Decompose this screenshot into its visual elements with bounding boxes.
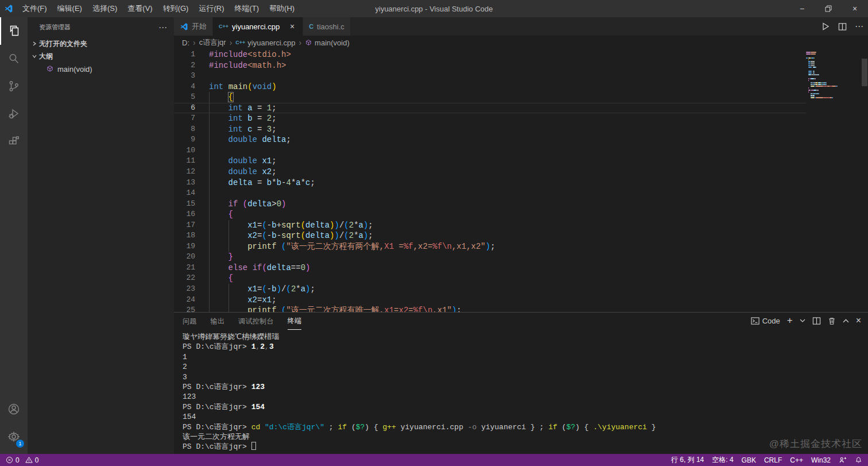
code-line[interactable]: 20 }	[174, 252, 806, 263]
line-number: 1	[174, 49, 195, 60]
settings-gear-icon[interactable]: 1	[0, 423, 28, 450]
more-actions-icon[interactable]: ⋯	[855, 21, 863, 32]
outline-item-main[interactable]: main(void)	[28, 63, 174, 75]
menu-item[interactable]: 帮助(H)	[264, 0, 300, 17]
menu-item[interactable]: 转到(G)	[158, 0, 194, 17]
menu-item[interactable]: 查看(V)	[122, 0, 157, 17]
token: if	[253, 263, 262, 272]
terminal-text: yiyuanerci } ;	[476, 423, 548, 432]
code-line[interactable]: 7 int b = 2;	[174, 113, 806, 124]
status-item[interactable]: CRLF	[764, 456, 782, 464]
code-line[interactable]: 2#include<math.h>	[174, 60, 806, 71]
run-debug-icon[interactable]	[0, 100, 28, 128]
code-line[interactable]: 15 if (delta>0)	[174, 199, 806, 210]
status-item[interactable]: 空格: 4	[712, 455, 733, 465]
problems-status[interactable]: 0 0	[6, 456, 38, 464]
minimap-token	[826, 82, 827, 83]
split-editor-icon[interactable]	[838, 22, 847, 31]
code-line[interactable]: 19 printf ("该一元二次方程有两个解,X1 =%f,x2=%f\n,x…	[174, 241, 806, 252]
terminal-output[interactable]: 璇ヤ竴鍏冪簩娆℃柟绋嬫棤瑙PS D:\c语言jqr> 1,2,3123PS D:…	[183, 332, 857, 452]
code-line[interactable]: 6 int a = 1;	[174, 103, 806, 114]
account-icon[interactable]	[0, 395, 28, 423]
terminal-profile[interactable]: Code	[751, 317, 780, 325]
token: (	[301, 221, 305, 230]
code-line[interactable]: 17 x1=(-b+sqrt(delta))/(2*a);	[174, 220, 806, 231]
terminal-line: 123	[183, 392, 857, 402]
code-line[interactable]: 11 double x1;	[174, 156, 806, 167]
editor-scrollbar[interactable]	[861, 49, 868, 312]
search-icon[interactable]	[0, 45, 28, 72]
close-window-button[interactable]: ×	[842, 0, 868, 17]
code-line[interactable]: 10	[174, 145, 806, 156]
indent-guide	[209, 167, 210, 178]
code-line[interactable]: 22 {	[174, 273, 806, 284]
menu-item[interactable]: 选择(S)	[87, 0, 122, 17]
tab-tiaoshi.c[interactable]: Ctiaoshi.c	[303, 17, 351, 36]
source-control-icon[interactable]	[0, 72, 28, 100]
code-line[interactable]: 4int main(void)	[174, 82, 806, 93]
code-line[interactable]: 23 x1=(-b)/(2*a);	[174, 284, 806, 295]
code-line[interactable]: 8 int c = 3;	[174, 124, 806, 135]
run-button-icon[interactable]	[821, 22, 830, 31]
code-editor[interactable]: 1#include<stdio.h>2#include<math.h>34int…	[174, 49, 806, 312]
terminal-line: 1	[183, 352, 857, 362]
close-tab-icon[interactable]: ×	[288, 22, 297, 31]
panel-tab-调试控制台[interactable]: 调试控制台	[238, 313, 274, 330]
scrollbar-thumb[interactable]	[862, 59, 867, 86]
more-actions-icon[interactable]: ⋯	[158, 22, 167, 33]
minimap-token	[806, 53, 811, 55]
minimap[interactable]	[806, 49, 861, 153]
sidebar-section-no-folder[interactable]: 无打开的文件夹	[28, 37, 174, 50]
sidebar-section-outline[interactable]: 大纲	[28, 50, 174, 63]
menu-item[interactable]: 文件(F)	[17, 0, 52, 17]
menu-item[interactable]: 编辑(E)	[52, 0, 87, 17]
breadcrumb-item[interactable]: c语言jqr	[199, 37, 226, 48]
menu-item[interactable]: 运行(R)	[193, 0, 229, 17]
code-line[interactable]: 3	[174, 71, 806, 82]
token: %f	[404, 242, 413, 251]
panel-tab-输出[interactable]: 输出	[211, 313, 225, 330]
maximize-panel-icon[interactable]	[843, 318, 849, 324]
breadcrumb-item[interactable]: main(void)	[305, 38, 350, 47]
indent-guide	[209, 209, 210, 220]
tab-yiyuanerci.cpp[interactable]: C++yiyuanerci.cpp×	[213, 17, 303, 36]
breadcrumb-item[interactable]: C++yiyuanerci.cpp	[235, 38, 295, 47]
bell-icon[interactable]	[855, 456, 862, 464]
new-terminal-icon[interactable]: +	[787, 315, 793, 326]
panel-tab-终端[interactable]: 终端	[288, 313, 302, 330]
menu-item[interactable]: 终端(T)	[229, 0, 264, 17]
chevron-down-icon[interactable]	[800, 318, 805, 323]
code-line[interactable]: 24 x2=x1;	[174, 295, 806, 306]
code-line[interactable]: 14	[174, 188, 806, 199]
extensions-icon[interactable]	[0, 128, 28, 155]
breadcrumb-item[interactable]: D:	[182, 38, 189, 47]
code-line[interactable]: 21 else if(delta==0)	[174, 263, 806, 274]
status-item[interactable]: 行 6, 列 14	[671, 455, 704, 465]
token: b	[272, 231, 276, 240]
minimap-token	[816, 67, 816, 68]
status-item[interactable]: GBK	[742, 456, 756, 464]
kill-terminal-trash-icon[interactable]	[828, 317, 836, 325]
explorer-icon[interactable]	[0, 17, 28, 45]
code-line[interactable]: 18 x2=(-b-sqrt(delta))/(2*a);	[174, 230, 806, 241]
token: x2	[398, 306, 408, 312]
minimize-button[interactable]: −	[789, 0, 815, 17]
code-line[interactable]: 12 double x2;	[174, 167, 806, 178]
terminal-text: -o	[468, 423, 477, 432]
code-line[interactable]: 5 {	[174, 92, 806, 103]
panel-tab-问题[interactable]: 问题	[183, 313, 197, 330]
feedback-icon[interactable]	[839, 456, 847, 464]
split-terminal-icon[interactable]	[812, 317, 821, 325]
code-line[interactable]: 25 printf ("该一元二次方程有唯一解,x1=x2=%f\n,x1");	[174, 305, 806, 312]
code-line[interactable]: 13 delta = b*b-4*a*c;	[174, 178, 806, 188]
tab-开始[interactable]: 开始	[174, 17, 213, 36]
code-line[interactable]: 9 double delta;	[174, 134, 806, 145]
token	[209, 263, 228, 272]
restore-button[interactable]	[815, 0, 842, 17]
code-line[interactable]: 1#include<stdio.h>	[174, 49, 806, 60]
status-item[interactable]: Win32	[811, 456, 831, 464]
status-item[interactable]: C++	[790, 456, 803, 464]
close-panel-icon[interactable]: ×	[856, 315, 861, 326]
minimap-token	[808, 91, 809, 93]
code-line[interactable]: 16 {	[174, 209, 806, 220]
